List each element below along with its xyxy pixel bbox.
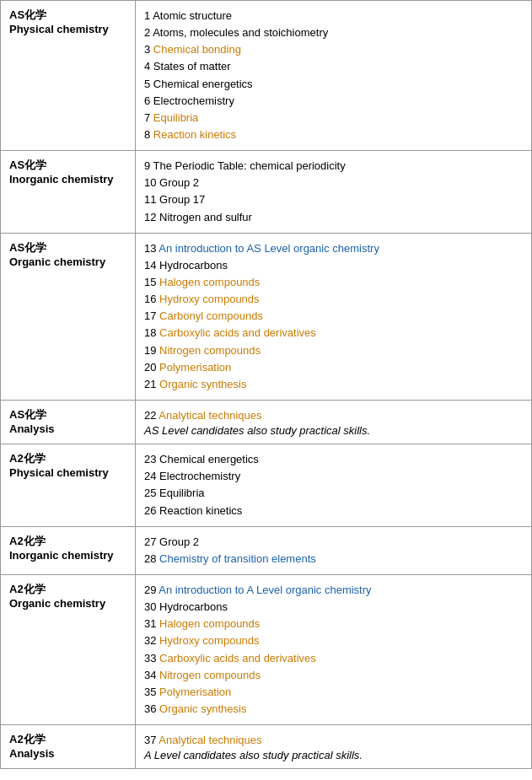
list-item: 35 Polymerisation xyxy=(144,684,523,701)
table-row: AS化学Inorganic chemistry9 The Periodic Ta… xyxy=(1,151,532,234)
topic-text: The Periodic Table: chemical periodicity xyxy=(153,159,346,172)
topic-number: 26 xyxy=(144,504,159,517)
topic-number: 28 xyxy=(144,552,159,565)
topic-list: 13 An introduction to AS Level organic c… xyxy=(144,240,523,393)
topic-text: Organic synthesis xyxy=(159,702,246,715)
topic-number: 36 xyxy=(144,702,159,715)
topic-text: Organic synthesis xyxy=(159,378,246,390)
topics-cell: 9 The Periodic Table: chemical periodici… xyxy=(136,151,532,234)
category-sub: Analysis xyxy=(9,747,126,760)
category-main: AS化学 xyxy=(9,240,126,256)
category-cell: AS化学Inorganic chemistry xyxy=(1,151,136,234)
category-cell: A2化学Physical chemistry xyxy=(1,444,136,527)
topic-number: 27 xyxy=(144,535,159,548)
table-row: A2化学Inorganic chemistry27 Group 228 Chem… xyxy=(1,526,532,574)
topic-text: Group 2 xyxy=(159,176,199,189)
topic-number: 24 xyxy=(144,470,159,482)
category-main: A2化学 xyxy=(9,582,126,597)
category-main: A2化学 xyxy=(9,534,126,549)
topics-cell: 22 Analytical techniquesAS Level candida… xyxy=(136,400,532,444)
list-item: 28 Chemistry of transition elements xyxy=(144,551,523,568)
table-row: AS化学Physical chemistry1 Atomic structure… xyxy=(1,1,532,151)
topic-number: 37 xyxy=(144,734,159,746)
list-item: 11 Group 17 xyxy=(144,191,523,208)
topic-number: 34 xyxy=(144,669,159,681)
topic-number: 15 xyxy=(144,276,159,288)
list-item: 8 Reaction kinetics xyxy=(144,126,523,143)
topic-text: Carboxylic acids and derivatives xyxy=(159,326,316,339)
topic-text: Equilibria xyxy=(159,487,204,499)
topic-number: 2 xyxy=(144,26,153,39)
topic-number: 11 xyxy=(144,193,159,206)
topic-number: 5 xyxy=(144,78,153,90)
topic-text: Analytical techniques xyxy=(159,734,261,746)
topic-text: Polymerisation xyxy=(159,686,231,698)
topic-number: 25 xyxy=(144,487,159,499)
list-item: 20 Polymerisation xyxy=(144,359,523,376)
list-item: 7 Equilibria xyxy=(144,110,523,126)
topic-number: 14 xyxy=(144,259,159,272)
note-text: AS Level candidates also study practical… xyxy=(144,424,523,437)
topic-text: States of matter xyxy=(153,60,231,73)
list-item: 30 Hydrocarbons xyxy=(144,599,523,616)
topic-text: Chemical bonding xyxy=(153,43,241,56)
topic-text: Hydroxy compounds xyxy=(159,293,260,305)
category-cell: AS化学Physical chemistry xyxy=(1,1,136,151)
topic-text: Analytical techniques xyxy=(159,409,261,422)
topic-text: Carbonyl compounds xyxy=(159,309,263,322)
topics-cell: 29 An introduction to A Level organic ch… xyxy=(136,574,532,724)
note-text: A Level candidates also study practical … xyxy=(144,749,523,761)
topic-number: 35 xyxy=(144,686,159,698)
category-main: AS化学 xyxy=(9,8,126,23)
topic-text: Nitrogen and sulfur xyxy=(159,211,252,223)
list-item: 29 An introduction to A Level organic ch… xyxy=(144,582,523,599)
topic-text: Nitrogen compounds xyxy=(159,344,261,357)
category-sub: Physical chemistry xyxy=(9,466,126,479)
topic-text: An introduction to A Level organic chemi… xyxy=(159,584,371,596)
topics-cell: 23 Chemical energetics24 Electrochemistr… xyxy=(136,444,532,527)
category-cell: A2化学Analysis xyxy=(1,725,136,769)
topic-number: 30 xyxy=(144,600,159,613)
list-item: 3 Chemical bonding xyxy=(144,41,523,58)
topic-list: 37 Analytical techniques xyxy=(144,732,523,749)
topic-number: 20 xyxy=(144,361,159,374)
list-item: 14 Hydrocarbons xyxy=(144,257,523,274)
topic-text: Nitrogen compounds xyxy=(159,669,261,681)
topic-text: Polymerisation xyxy=(159,361,231,374)
list-item: 24 Electrochemistry xyxy=(144,468,523,485)
category-cell: AS化学Organic chemistry xyxy=(1,233,136,400)
list-item: 34 Nitrogen compounds xyxy=(144,667,523,684)
topic-list: 1 Atomic structure2 Atoms, molecules and… xyxy=(144,8,523,143)
topic-number: 13 xyxy=(144,242,159,255)
topic-text: Chemical energetics xyxy=(153,78,253,90)
category-cell: A2化学Inorganic chemistry xyxy=(1,526,136,574)
topic-text: Hydrocarbons xyxy=(159,259,228,272)
category-sub: Organic chemistry xyxy=(9,597,126,610)
topic-number: 23 xyxy=(144,453,159,465)
list-item: 9 The Periodic Table: chemical periodici… xyxy=(144,158,523,175)
topic-number: 18 xyxy=(144,326,159,339)
list-item: 32 Hydroxy compounds xyxy=(144,632,523,649)
table-row: A2化学Organic chemistry29 An introduction … xyxy=(1,574,532,724)
topics-cell: 27 Group 228 Chemistry of transition ele… xyxy=(136,526,532,574)
list-item: 5 Chemical energetics xyxy=(144,76,523,93)
topic-text: Hydrocarbons xyxy=(159,600,228,613)
category-sub: Analysis xyxy=(9,422,126,435)
list-item: 19 Nitrogen compounds xyxy=(144,342,523,359)
topic-text: Atoms, molecules and stoichiometry xyxy=(153,26,328,39)
topic-number: 6 xyxy=(144,94,153,107)
list-item: 21 Organic synthesis xyxy=(144,376,523,393)
topic-list: 29 An introduction to A Level organic ch… xyxy=(144,582,523,718)
list-item: 31 Halogen compounds xyxy=(144,616,523,632)
topic-text: Equilibria xyxy=(153,111,198,124)
topic-number: 16 xyxy=(144,293,159,305)
topic-text: An introduction to AS Level organic chem… xyxy=(159,242,379,255)
category-main: A2化学 xyxy=(9,732,126,747)
list-item: 6 Electrochemistry xyxy=(144,93,523,110)
topic-number: 22 xyxy=(144,409,159,422)
topic-text: Atomic structure xyxy=(153,9,232,22)
category-sub: Physical chemistry xyxy=(9,23,126,35)
topic-text: Group 17 xyxy=(159,193,205,206)
category-sub: Inorganic chemistry xyxy=(9,549,126,562)
table-row: AS化学Organic chemistry13 An introduction … xyxy=(1,233,532,400)
